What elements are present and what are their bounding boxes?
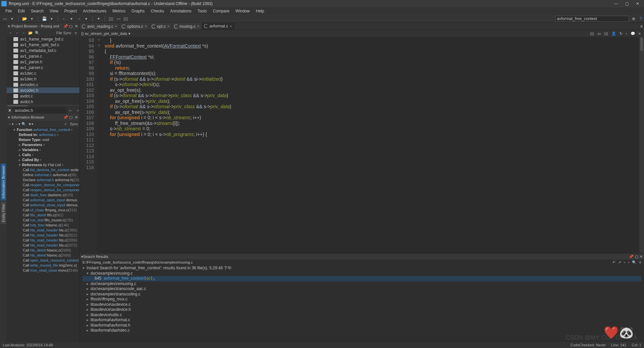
search-result-row[interactable]: ▸libavformat\dashdec.c (83, 328, 641, 333)
tab-options-c[interactable]: options.c✕ (120, 23, 150, 30)
close-panel-icon[interactable]: ✕ (640, 255, 643, 259)
info-row[interactable]: Call hls_deinit hlsenc.c(2690) (7, 253, 79, 258)
info-row[interactable]: ▾References by Flat List ▫ (7, 162, 79, 167)
check-icon[interactable]: ✓ (63, 122, 68, 126)
info-row[interactable]: Call write_muxed_file img2enc.c( (7, 263, 79, 268)
chevron-down-icon[interactable]: ▾ (84, 16, 89, 21)
info-row[interactable]: Call list_devices_for_context avde (7, 167, 79, 172)
chevron-down-icon[interactable]: ▾ (8, 115, 10, 120)
back-icon[interactable]: ← (61, 16, 67, 21)
file-item[interactable]: av1_frame_merge_bsf.c (7, 36, 79, 42)
info-row[interactable]: Call reopen_demux_for_componer (7, 188, 79, 193)
search-result-row[interactable]: ▸doc\examples\transcode_aac.c (83, 286, 641, 292)
chevron-down-icon[interactable]: ▾ (9, 16, 15, 21)
menu-architectures[interactable]: Architectures (80, 8, 109, 14)
file-item[interactable]: avcodec.h (7, 87, 79, 93)
fold-column[interactable]: ▽▽ (97, 37, 101, 253)
file-sync-button[interactable]: File Sync (56, 31, 71, 35)
person-icon[interactable]: 👤 (611, 31, 616, 36)
target-icon[interactable]: ✦ (96, 16, 101, 21)
info-row[interactable]: Call hls_deinit hlsenc.c(2689) (7, 248, 79, 253)
file-item[interactable]: av1dec.c (7, 70, 79, 76)
info-row[interactable]: ▾Function avformat_free_context ▫ (7, 127, 79, 132)
pin-icon[interactable]: 📌 (63, 24, 67, 28)
maximize-button[interactable]: ▢ (625, 1, 629, 6)
info-row[interactable]: Defined in: avformat.c ▫ (7, 132, 79, 137)
clear-nav-icon[interactable]: ✕ (8, 108, 11, 113)
info-row[interactable]: Call avformat_close_input demux. (7, 203, 79, 208)
info-row[interactable]: Call run_test fifo_muxer.c(235) (7, 218, 79, 223)
search-result-row[interactable]: ▸libavdevice\avdevice.h (83, 307, 641, 312)
chevron-down-icon[interactable]: ▾ (128, 31, 130, 36)
file-tree[interactable]: av1_frame_merge_bsf.cav1_frame_split_bsf… (7, 36, 79, 107)
menu-file[interactable]: File (3, 8, 14, 14)
info-row[interactable]: Call hls_read_header hls.c(2072) (7, 243, 79, 248)
menu-edit[interactable]: Edit (15, 8, 28, 14)
tab-muxing-c[interactable]: muxing.c✕ (172, 23, 202, 30)
info-row[interactable]: Define avformat.c avformat.c(95) (7, 172, 79, 178)
search-result-row[interactable]: ▸fftools\ffmpeg_mux.c (83, 297, 641, 302)
vtab-information-browser[interactable]: Information Browser (1, 163, 6, 200)
open-icon[interactable]: 📂 (22, 16, 27, 21)
chevron-down-icon[interactable]: ▾ (8, 24, 10, 28)
search-result-row[interactable]: ▸doc\examples\remuxing.c (83, 281, 641, 287)
folder-open-icon[interactable]: 📂 (28, 31, 33, 35)
search-result-row[interactable]: ▸libavdevice\utils.c (83, 312, 641, 318)
menu-metrics[interactable]: Metrics (110, 8, 128, 14)
code-editor[interactable]: 9394959697989910010110210310410510610710… (80, 37, 644, 253)
copy-icon[interactable]: ▫ (624, 260, 625, 265)
history-icon[interactable]: ↻ (620, 31, 623, 36)
chevron-down-icon[interactable]: ▾ (29, 16, 35, 21)
popout-icon[interactable]: ▢ (635, 255, 638, 259)
menu-search[interactable]: Search (28, 8, 46, 14)
close-panel-icon[interactable]: ✕ (74, 24, 78, 28)
info-row[interactable]: Call open_track_resource_context (7, 258, 79, 263)
doc-icon[interactable]: ▫ (626, 31, 627, 36)
menu-view[interactable]: View (47, 8, 61, 14)
info-row[interactable]: ▸Calls ▫ (7, 152, 79, 157)
tab-opt-c[interactable]: opt.c✕ (150, 23, 172, 30)
menu-annotations[interactable]: Annotations (167, 8, 194, 14)
info-row[interactable]: Call dash_free dashenc.c(629) (7, 193, 79, 198)
file-item[interactable]: av1_frame_split_bsf.c (7, 42, 79, 48)
layout-icon[interactable]: ▯▯ (604, 31, 608, 36)
split-h-icon[interactable]: ▭ (597, 31, 601, 36)
info-row[interactable]: Call hls_read_header hls.c(2056) (7, 238, 79, 243)
search-result-row[interactable]: ▸libavformat\avformat.c (83, 318, 641, 323)
ib-back-icon[interactable]: ←▾ (8, 122, 13, 126)
info-row[interactable]: Call hls_read_header hls.c(1992) (7, 228, 79, 233)
menu-icon[interactable]: ≡ (73, 31, 78, 35)
function-selector[interactable]: {} av_stream_get_side_data (81, 31, 127, 36)
search-icon[interactable]: 🔍 (632, 260, 637, 265)
file-item[interactable]: av1_parser.c (7, 65, 79, 70)
file-item[interactable]: av1_parse.c (7, 53, 79, 59)
info-row[interactable]: Declare avformat.h avformat.h(191) (7, 178, 79, 183)
popout-icon[interactable]: ▢ (69, 115, 73, 120)
info-row[interactable]: Call hls_read_header hls.c(2011) (7, 233, 79, 238)
close-tab-icon[interactable]: ✕ (197, 24, 200, 28)
undo-icon[interactable]: ↶ (612, 260, 615, 265)
layout1-icon[interactable]: ▯▯ (108, 16, 114, 21)
close-tab-icon[interactable]: ✕ (229, 24, 232, 28)
info-row[interactable]: Call hds_free hdsenc.c(146) (7, 223, 79, 228)
file-icon[interactable]: ▫ (8, 31, 13, 35)
menu-graphs[interactable]: Graphs (129, 8, 147, 14)
minimize-button[interactable]: — (614, 1, 619, 6)
vtab-entity-filter[interactable]: Entity Filter (1, 202, 6, 224)
file-item[interactable]: avdct.c (7, 93, 79, 99)
close-tab-icon[interactable]: ✕ (167, 24, 170, 28)
save-icon[interactable]: 💾 (42, 16, 47, 21)
info-browser-tree[interactable]: ▾Function avformat_free_context ▫Defined… (7, 127, 79, 342)
info-row[interactable]: Call mov_read_close movc(8145) (7, 268, 79, 273)
tab-avformat-c[interactable]: avformat.c✕ (202, 23, 234, 30)
info-row[interactable]: ▸Variables ▫ (7, 147, 79, 152)
search-results-tree[interactable]: ▾Instant Search for 'avformat_free_conte… (80, 265, 644, 342)
comment-icon[interactable]: 💬 (631, 31, 635, 36)
tab-menu-icon[interactable]: ≡ (640, 24, 643, 29)
menu-checks[interactable]: Checks (148, 8, 167, 14)
menu-compare[interactable]: Compare (210, 8, 232, 14)
file-item[interactable]: avdct.h (7, 99, 79, 105)
nav-back-icon[interactable]: ← (68, 108, 73, 113)
info-row[interactable]: ▸Parameters ▫ (7, 142, 79, 147)
info-row[interactable]: Call fifo_deinit fifo.c(661) (7, 213, 79, 218)
